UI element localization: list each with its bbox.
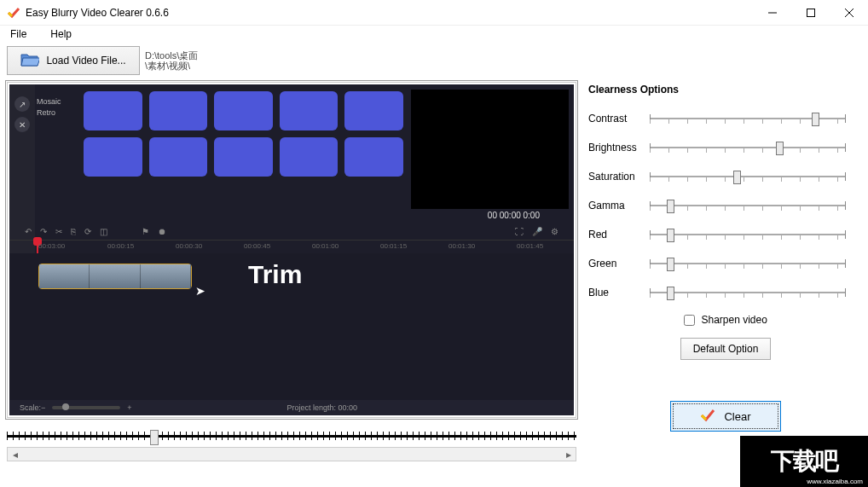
marker-icon[interactable]: ⚑: [142, 227, 149, 236]
effect-grid: [37, 91, 403, 219]
option-row-gamma: Gamma: [588, 191, 863, 220]
copy-icon[interactable]: ⎘: [71, 227, 76, 236]
seek-slider[interactable]: [7, 428, 576, 444]
effect-tile[interactable]: [84, 137, 142, 177]
option-label: Red: [588, 229, 650, 241]
fullscreen-icon[interactable]: ⛶: [515, 227, 524, 236]
preview-footer: Scale: − + Project length: 00:00: [9, 400, 574, 415]
ruler-label: 00:03:00: [38, 242, 65, 250]
option-row-red: Red: [588, 220, 863, 249]
load-video-button[interactable]: Load Video File...: [7, 46, 140, 75]
zoom-out-icon[interactable]: −: [41, 403, 45, 412]
watermark-url: www.xiazaiba.com: [807, 478, 863, 485]
preview-timecode: 00 00:00 0:00: [488, 211, 540, 220]
option-label: Brightness: [588, 142, 650, 154]
effect-tile[interactable]: [344, 91, 403, 130]
horizontal-scrollbar[interactable]: ◂ ▸: [7, 447, 576, 461]
titlebar: Easy Blurry Video Clearer 0.6.6: [0, 0, 868, 26]
slider-thumb[interactable]: [667, 229, 674, 242]
watermark: 下载吧 www.xiazaiba.com: [740, 436, 868, 487]
clear-label: Clear: [724, 410, 750, 423]
effect-tile[interactable]: [84, 91, 142, 130]
preview-frame: ↗ ✕ Mosaic Retro: [5, 80, 578, 420]
option-row-saturation: Saturation: [588, 162, 863, 191]
maximize-button[interactable]: [791, 0, 830, 26]
clip-thumbnail: [90, 264, 140, 288]
undo-icon[interactable]: ↶: [25, 227, 32, 236]
ruler-label: 00:00:45: [244, 242, 270, 250]
contrast-slider[interactable]: [650, 110, 863, 127]
sharpen-label-text: Sharpen video: [701, 314, 767, 326]
settings-icon[interactable]: ⚙: [551, 227, 558, 236]
ruler-label: 00:01:45: [517, 242, 543, 250]
zoom-slider[interactable]: [52, 406, 120, 409]
timeline-tracks[interactable]: Trim ➤: [9, 253, 574, 400]
svg-rect-1: [807, 9, 814, 16]
ruler-label: 00:01:15: [380, 242, 407, 250]
app-icon: [7, 6, 20, 20]
menu-help[interactable]: Help: [47, 26, 75, 42]
load-video-label: Load Video File...: [46, 55, 125, 67]
close-button[interactable]: [830, 0, 868, 26]
crop-icon[interactable]: ◫: [100, 227, 107, 236]
menu-file[interactable]: File: [7, 26, 30, 42]
option-row-blue: Blue: [588, 278, 863, 307]
redo-icon[interactable]: ↷: [40, 227, 47, 236]
preview-toolbar: ↶ ↷ ✂ ⎘ ⟳ ◫ ⚑ ⏺ ⛶ 🎤 ⚙: [9, 223, 574, 240]
sharpen-row: Sharpen video: [588, 314, 863, 326]
slider-thumb[interactable]: [812, 113, 819, 126]
scroll-left-icon[interactable]: ◂: [8, 448, 22, 461]
option-label: Green: [588, 258, 650, 270]
brightness-slider[interactable]: [650, 139, 863, 156]
slider-thumb[interactable]: [667, 287, 674, 300]
minimize-button[interactable]: [753, 0, 791, 26]
effect-tile[interactable]: [280, 91, 339, 130]
effect-tile[interactable]: [280, 137, 339, 177]
option-row-brightness: Brightness: [588, 133, 863, 162]
sharpen-checkbox[interactable]: [684, 315, 695, 326]
ruler-label: 00:01:30: [448, 242, 475, 250]
tool-close-icon[interactable]: ✕: [14, 117, 30, 132]
clip-thumbnail: [141, 264, 191, 288]
timeline-ruler[interactable]: 00:03:00 00:00:15 00:00:30 00:00:45 00:0…: [9, 240, 574, 253]
effect-tile[interactable]: [149, 137, 208, 177]
tool-arrow-icon[interactable]: ↗: [14, 96, 30, 112]
cursor-icon: ➤: [195, 284, 205, 298]
mic-icon[interactable]: 🎤: [532, 227, 542, 236]
effect-tile[interactable]: [214, 91, 273, 130]
record-icon[interactable]: ⏺: [158, 227, 166, 236]
blue-slider[interactable]: [650, 284, 863, 301]
clear-button[interactable]: Clear: [670, 401, 781, 432]
cut-icon[interactable]: ✂: [55, 227, 62, 236]
default-option-button[interactable]: Default Option: [680, 338, 772, 360]
watermark-text: 下载吧: [771, 445, 837, 478]
left-column: ↗ ✕ Mosaic Retro: [5, 80, 578, 463]
open-folder-icon: [20, 52, 39, 70]
scroll-right-icon[interactable]: ▸: [561, 448, 576, 461]
default-option-label: Default Option: [693, 343, 759, 355]
slider-thumb[interactable]: [667, 258, 674, 271]
trim-overlay-label: Trim: [248, 260, 302, 289]
video-clip[interactable]: [38, 264, 192, 289]
slider-thumb[interactable]: [733, 171, 741, 184]
option-row-green: Green: [588, 249, 863, 278]
video-preview[interactable]: ↗ ✕ Mosaic Retro: [9, 84, 574, 415]
effect-tile[interactable]: [344, 137, 403, 177]
green-slider[interactable]: [650, 255, 863, 272]
rotate-icon[interactable]: ⟳: [84, 227, 91, 236]
slider-thumb[interactable]: [667, 200, 674, 213]
gamma-slider[interactable]: [650, 197, 863, 214]
ruler-label: 00:00:15: [107, 242, 134, 250]
option-row-contrast: Contrast: [588, 104, 863, 133]
effect-tile[interactable]: [214, 137, 273, 177]
option-label: Contrast: [588, 113, 650, 125]
effect-tile[interactable]: [149, 91, 208, 130]
project-length-label: Project length: 00:00: [132, 403, 512, 412]
red-slider[interactable]: [650, 226, 863, 243]
sharpen-checkbox-label[interactable]: Sharpen video: [684, 314, 767, 326]
menubar: File Help: [0, 26, 868, 43]
seek-thumb[interactable]: [150, 430, 159, 445]
saturation-slider[interactable]: [650, 168, 863, 185]
main-area: ↗ ✕ Mosaic Retro: [0, 78, 868, 468]
slider-thumb[interactable]: [776, 142, 784, 155]
